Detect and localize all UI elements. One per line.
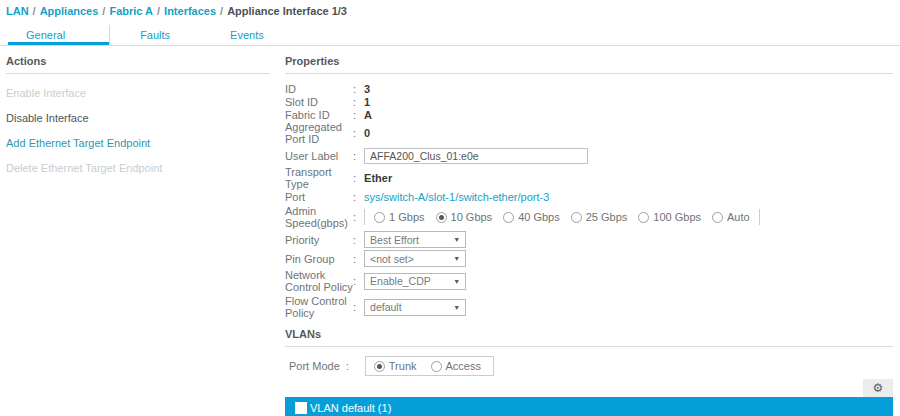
property-row-admin-speed: Admin Speed(gbps) 1 Gbps 10 Gbps 40 Gbps… (285, 205, 893, 229)
radio-100gbps-label: 100 Gbps (653, 211, 701, 223)
radio-icon (374, 212, 385, 223)
radio-icon (571, 212, 582, 223)
radio-40gbps-label: 40 Gbps (518, 211, 560, 223)
slot-id-label: Slot ID (285, 96, 353, 108)
port-link[interactable]: sys/switch-A/slot-1/switch-ether/port-3 (364, 191, 549, 203)
radio-10gbps-label: 10 Gbps (451, 211, 493, 223)
property-row-id: ID 3 (285, 82, 893, 95)
port-mode-radio-group: Trunk Access (365, 356, 494, 376)
radio-auto[interactable]: Auto (712, 211, 750, 223)
flow-control-policy-label: Flow Control Policy (285, 295, 353, 319)
vlan-table: VLAN default (1) ✓ VLAN iSCSI-A-VLAN (12… (285, 397, 893, 416)
port-mode-label: Port Mode (289, 360, 340, 372)
aggregated-port-id-label: Aggregated Port ID (285, 121, 353, 145)
id-value: 3 (364, 83, 370, 95)
vlans-title: VLANs (285, 328, 893, 347)
caret-down-icon: ▼ (453, 255, 460, 262)
breadcrumb: LAN/Appliances/Fabric A/Interfaces/Appli… (0, 0, 900, 20)
id-label: ID (285, 83, 353, 95)
breadcrumb-fabric-a[interactable]: Fabric A (109, 5, 153, 17)
add-ethernet-target-endpoint-link[interactable]: Add Ethernet Target Endpoint (6, 137, 270, 149)
pin-group-label: Pin Group (285, 253, 353, 265)
radio-access[interactable]: Access (431, 360, 481, 372)
checkbox-vlan-default[interactable] (295, 402, 307, 414)
radio-trunk[interactable]: Trunk (374, 360, 417, 372)
caret-down-icon: ▼ (453, 236, 460, 243)
radio-trunk-label: Trunk (389, 360, 417, 372)
breadcrumb-separator: / (29, 5, 40, 17)
network-control-policy-select-value: Enable_CDP (370, 275, 431, 287)
radio-icon (503, 212, 514, 223)
vlan-default-label: VLAN default (1) (310, 402, 391, 414)
radio-auto-label: Auto (727, 211, 750, 223)
network-control-policy-select[interactable]: Enable_CDP ▼ (364, 273, 466, 290)
caret-down-icon: ▼ (453, 278, 460, 285)
slot-id-value: 1 (364, 96, 370, 108)
property-row-user-label: User Label (285, 147, 893, 164)
property-row-slot-id: Slot ID 1 (285, 95, 893, 108)
property-row-aggregated-port-id: Aggregated Port ID 0 (285, 121, 893, 145)
pin-group-select[interactable]: <not set> ▼ (364, 250, 466, 267)
port-mode-row: Port Mode Trunk Access (289, 356, 893, 376)
properties-title: Properties (285, 55, 893, 74)
radio-25gbps[interactable]: 25 Gbps (571, 211, 628, 223)
property-row-transport-type: Transport Type Ether (285, 166, 893, 190)
radio-icon (436, 212, 447, 223)
breadcrumb-lan[interactable]: LAN (6, 5, 29, 17)
breadcrumb-separator: / (153, 5, 164, 17)
radio-25gbps-label: 25 Gbps (586, 211, 628, 223)
radio-100gbps[interactable]: 100 Gbps (638, 211, 701, 223)
property-row-network-control-policy: Network Control Policy Enable_CDP ▼ (285, 269, 893, 293)
aggregated-port-id-value: 0 (364, 127, 370, 139)
caret-down-icon: ▼ (453, 304, 460, 311)
property-row-priority: Priority Best Effort ▼ (285, 231, 893, 248)
port-label: Port (285, 191, 353, 203)
radio-access-label: Access (446, 360, 481, 372)
breadcrumb-interfaces[interactable]: Interfaces (164, 5, 216, 17)
user-label-input[interactable] (364, 148, 588, 164)
flow-control-policy-select[interactable]: default ▼ (364, 299, 466, 316)
radio-icon (712, 212, 723, 223)
admin-speed-label: Admin Speed(gbps) (285, 205, 353, 229)
radio-1gbps-label: 1 Gbps (389, 211, 424, 223)
property-row-port: Port sys/switch-A/slot-1/switch-ether/po… (285, 190, 893, 203)
pin-group-select-value: <not set> (370, 253, 414, 265)
radio-icon (431, 361, 442, 372)
breadcrumb-appliances[interactable]: Appliances (40, 5, 99, 17)
actions-title: Actions (6, 55, 270, 74)
transport-type-value: Ether (364, 172, 392, 184)
network-control-policy-label: Network Control Policy (285, 269, 353, 293)
radio-icon (374, 361, 385, 372)
breadcrumb-current: Appliance Interface 1/3 (227, 5, 347, 17)
gear-icon[interactable]: ⚙ (863, 379, 893, 397)
actions-panel: Actions Enable Interface Disable Interfa… (0, 46, 270, 174)
enable-interface-link: Enable Interface (6, 87, 270, 99)
tab-faults[interactable]: Faults (110, 25, 200, 45)
main-content: Actions Enable Interface Disable Interfa… (0, 46, 900, 416)
vlan-row-default[interactable]: VLAN default (1) (285, 397, 893, 416)
priority-label: Priority (285, 234, 353, 246)
admin-speed-radio-group: 1 Gbps 10 Gbps 40 Gbps 25 Gbps 100 Gbps … (364, 209, 760, 225)
delete-ethernet-target-endpoint-link: Delete Ethernet Target Endpoint (6, 162, 270, 174)
radio-10gbps[interactable]: 10 Gbps (436, 211, 493, 223)
tab-events[interactable]: Events (200, 25, 294, 45)
flow-control-policy-select-value: default (370, 301, 402, 313)
priority-select[interactable]: Best Effort ▼ (364, 231, 466, 248)
priority-select-value: Best Effort (370, 234, 419, 246)
fabric-id-label: Fabric ID (285, 109, 353, 121)
disable-interface-link[interactable]: Disable Interface (6, 112, 270, 124)
fabric-id-value: A (364, 109, 372, 121)
tab-bar: General Faults Events (0, 25, 900, 46)
vlan-table-toolbar: ⚙ (285, 379, 893, 397)
breadcrumb-separator: / (98, 5, 109, 17)
radio-40gbps[interactable]: 40 Gbps (503, 211, 560, 223)
property-row-pin-group: Pin Group <not set> ▼ (285, 250, 893, 267)
property-row-flow-control-policy: Flow Control Policy default ▼ (285, 295, 893, 319)
property-row-fabric-id: Fabric ID A (285, 108, 893, 121)
properties-panel: Properties ID 3 Slot ID 1 Fabric ID A Ag… (270, 46, 900, 416)
radio-1gbps[interactable]: 1 Gbps (374, 211, 424, 223)
radio-icon (638, 212, 649, 223)
transport-type-label: Transport Type (285, 166, 353, 190)
tab-general[interactable]: General (8, 25, 110, 45)
breadcrumb-separator: / (216, 5, 227, 17)
